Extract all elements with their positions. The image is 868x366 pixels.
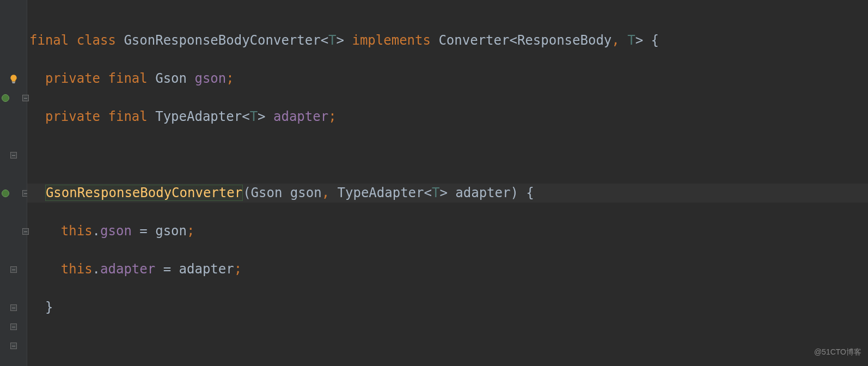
keyword: private: [45, 71, 100, 86]
keyword: class: [77, 33, 116, 48]
fold-end-icon[interactable]: [0, 317, 27, 336]
keyword: final: [108, 109, 148, 124]
keyword: this: [61, 261, 93, 277]
gutter: [0, 0, 27, 366]
code-editor[interactable]: final class GsonResponseBodyConverter<T>…: [0, 0, 868, 366]
fold-end-icon[interactable]: [0, 298, 27, 317]
svg-rect-1: [12, 82, 15, 83]
code-line[interactable]: private final TypeAdapter<T> adapter;: [27, 107, 868, 126]
code-line[interactable]: [27, 145, 868, 164]
code-area[interactable]: final class GsonResponseBodyConverter<T>…: [27, 0, 868, 366]
code-line[interactable]: final class GsonResponseBodyConverter<T>…: [27, 31, 868, 50]
keyword: final: [108, 71, 148, 86]
svg-rect-0: [12, 82, 15, 82]
fold-end-icon[interactable]: [0, 145, 27, 164]
type: TypeAdapter: [155, 109, 242, 124]
field: adapter: [273, 109, 328, 124]
keyword: implements: [352, 33, 431, 48]
code-line-current[interactable]: GsonResponseBodyConverter(Gson gson, Typ…: [27, 184, 868, 203]
constructor: GsonResponseBodyConverter: [46, 185, 242, 200]
field: gson: [100, 223, 132, 239]
keyword: private: [45, 109, 100, 124]
class-name: GsonResponseBodyConverter: [124, 33, 320, 48]
type-param: T: [328, 33, 336, 48]
field: adapter: [100, 261, 155, 277]
watermark: @51CTO博客: [814, 343, 861, 362]
keyword: final: [29, 33, 69, 48]
fold-end-icon[interactable]: [0, 260, 27, 279]
type: Gson: [155, 71, 187, 86]
lightbulb-icon[interactable]: [0, 69, 27, 88]
code-line[interactable]: private final Gson gson;: [27, 69, 868, 88]
keyword: this: [61, 223, 93, 239]
fold-end-icon[interactable]: [0, 336, 27, 355]
code-line[interactable]: }: [27, 298, 868, 317]
code-line[interactable]: this.adapter = adapter;: [27, 260, 868, 279]
interface-name: Converter: [438, 33, 509, 48]
code-line[interactable]: [27, 336, 868, 355]
field: gson: [194, 71, 226, 86]
code-line[interactable]: this.gson = gson;: [27, 222, 868, 241]
